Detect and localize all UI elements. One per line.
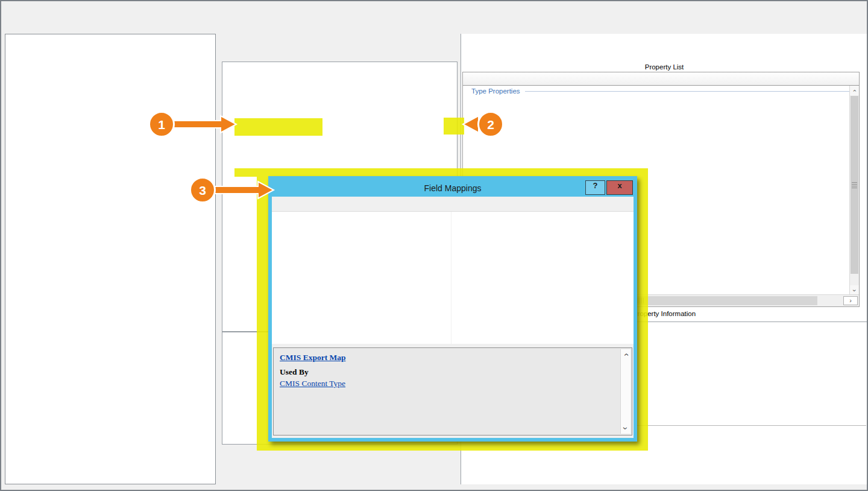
field-mappings-dialog: Field Mappings ? x CMIS Export Map Used … — [268, 176, 637, 442]
dialog-title-bar[interactable]: Field Mappings ? x — [272, 180, 634, 197]
svg-text:1: 1 — [158, 118, 165, 131]
menu-bar — [1, 1, 867, 16]
scroll-up-icon[interactable]: › — [621, 349, 631, 360]
dialog-help-button[interactable]: ? — [585, 180, 605, 195]
toolbar — [1, 16, 867, 31]
callout-2: 2 — [457, 110, 523, 140]
callout-3: 3 — [187, 176, 277, 206]
table-group-header: Type Properties — [463, 86, 859, 97]
tab-strip — [221, 34, 459, 45]
svg-text:3: 3 — [199, 183, 206, 197]
scroll-right-icon[interactable]: › — [843, 296, 858, 305]
mappings-tree — [272, 211, 634, 344]
dialog-title: Field Mappings — [424, 183, 482, 193]
dialog-help-panel: CMIS Export Map Used By CMIS Content Typ… — [273, 347, 632, 436]
cmis-content-type-link[interactable]: CMIS Content Type — [280, 379, 345, 388]
property-list-title: Property List — [461, 63, 867, 71]
node-tree-panel — [5, 34, 216, 484]
highlight-export-field-mappings — [234, 118, 322, 136]
dialog-close-button[interactable]: x — [606, 180, 633, 195]
scroll-down-icon[interactable]: › — [621, 423, 631, 434]
dialog-help-scrollbar[interactable]: › › — [620, 349, 631, 434]
svg-text:2: 2 — [487, 118, 494, 131]
app-window: Property List Type Properties › › › Prop… — [0, 0, 868, 491]
save-cancel-bar — [221, 45, 459, 60]
vertical-scrollbar[interactable]: › › — [849, 86, 859, 295]
dialog-toolbar — [272, 197, 634, 211]
callout-1: 1 — [146, 110, 242, 140]
scroll-up-icon[interactable]: › — [850, 86, 859, 95]
cmis-export-map-link[interactable]: CMIS Export Map — [280, 353, 346, 362]
scroll-down-icon[interactable]: › — [850, 285, 859, 295]
vertical-scroll-thumb[interactable] — [851, 96, 858, 274]
table-header — [463, 72, 859, 86]
used-by-label: Used By — [280, 366, 615, 378]
